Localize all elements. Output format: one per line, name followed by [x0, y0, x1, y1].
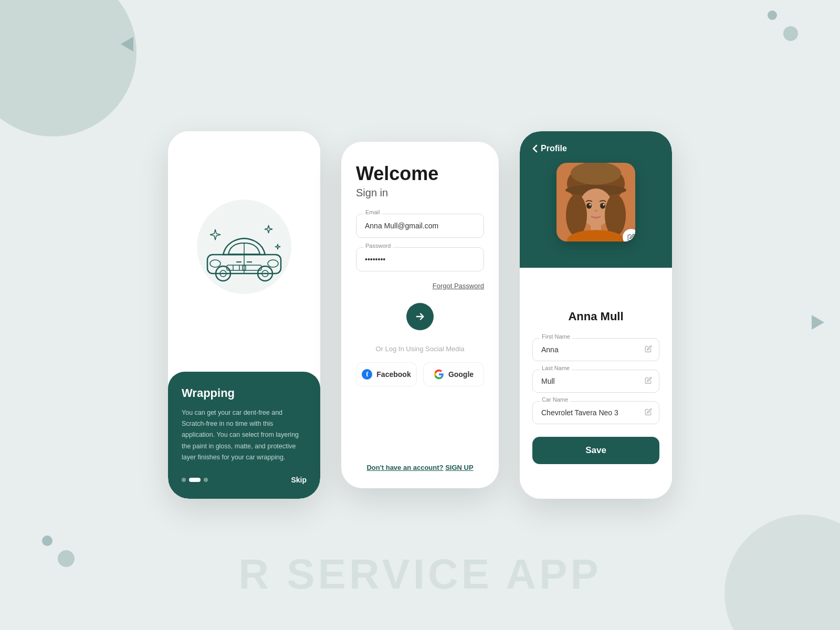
first-name-field: First Name	[532, 338, 659, 361]
submit-button[interactable]	[406, 303, 434, 330]
svg-point-24	[586, 203, 592, 209]
back-icon	[532, 144, 538, 153]
password-field-group: Password	[356, 247, 484, 271]
car-name-field: Car Name	[532, 401, 659, 424]
bg-shape-tl	[0, 0, 136, 136]
dot-1	[182, 478, 186, 482]
profile-photo-wrapper	[556, 163, 635, 242]
svg-point-20	[566, 194, 587, 236]
profile-screen: Profile	[520, 131, 672, 499]
google-label: Google	[448, 370, 474, 379]
watermark: R SERVICE APP	[238, 550, 602, 598]
google-login-button[interactable]: Google	[423, 362, 484, 386]
signup-prompt: Don't have an account? SIGN UP	[356, 464, 484, 471]
bg-shape-br	[724, 514, 840, 630]
bg-dot-left	[42, 536, 52, 546]
wrapping-title: Wrapping	[182, 386, 307, 400]
dot-3	[204, 478, 208, 482]
profile-name: Anna Mull	[532, 310, 659, 323]
first-name-input[interactable]	[532, 338, 659, 361]
forgot-password-wrapper: Forgot Password	[356, 281, 484, 290]
car-svg-wrapper	[200, 219, 289, 289]
forgot-password-link[interactable]: Forgot Password	[433, 282, 484, 290]
wrapping-info-section: Wrapping You can get your car dent-free …	[168, 372, 320, 499]
email-label: Email	[363, 209, 382, 215]
bg-triangle-left	[121, 37, 133, 51]
profile-back-label: Profile	[541, 144, 567, 153]
svg-point-26	[590, 204, 591, 206]
bg-dot-tr	[768, 10, 777, 20]
first-name-edit-icon[interactable]	[645, 345, 652, 354]
bg-dot-tr2	[783, 26, 798, 41]
dot-2-active	[189, 478, 201, 482]
facebook-label: Facebook	[376, 370, 411, 379]
profile-back-button[interactable]: Profile	[532, 144, 567, 153]
facebook-login-button[interactable]: f Facebook	[356, 362, 417, 386]
facebook-icon: f	[362, 369, 372, 380]
profile-header: Profile	[520, 131, 672, 268]
edit-photo-icon	[627, 234, 635, 241]
svg-point-27	[603, 204, 605, 206]
first-name-label: First Name	[540, 333, 572, 340]
signin-title: Welcome	[356, 163, 484, 185]
svg-point-25	[600, 203, 605, 209]
last-name-label: Last Name	[540, 365, 572, 371]
social-buttons-row: f Facebook Google	[356, 362, 484, 386]
wrapping-nav: Skip	[182, 476, 307, 484]
wrapping-description: You can get your car dent-free and Scrat…	[182, 407, 307, 463]
arrow-right-icon	[414, 311, 426, 322]
profile-photo	[556, 163, 635, 242]
google-icon	[434, 369, 444, 380]
car-icon	[200, 219, 289, 287]
svg-point-6	[210, 260, 220, 267]
last-name-edit-icon[interactable]	[645, 377, 652, 386]
signin-subtitle: Sign in	[356, 187, 484, 199]
email-field-group: Email	[356, 214, 484, 238]
profile-body: Anna Mull First Name Last Name C	[520, 268, 672, 499]
car-name-edit-icon[interactable]	[645, 408, 652, 417]
car-name-input[interactable]	[532, 401, 659, 424]
svg-point-7	[268, 260, 278, 267]
skip-button[interactable]: Skip	[291, 476, 307, 484]
pagination-dots	[182, 478, 208, 482]
password-label: Password	[363, 243, 393, 249]
svg-point-17	[571, 163, 621, 185]
car-name-label: Car Name	[540, 396, 570, 403]
email-input[interactable]	[356, 214, 484, 238]
password-input[interactable]	[356, 247, 484, 271]
bg-dot-left2	[58, 550, 75, 567]
wrapping-screen: Wrapping You can get your car dent-free …	[168, 131, 320, 499]
signup-prompt-text: Don't have an account?	[366, 464, 443, 471]
wrapping-illustration-area	[168, 131, 320, 372]
svg-point-21	[605, 194, 626, 236]
last-name-input[interactable]	[532, 370, 659, 393]
save-button[interactable]: Save	[532, 437, 659, 464]
social-media-label: Or Log In Using Social Media	[356, 345, 484, 353]
bg-triangle-right	[812, 315, 824, 330]
signup-link-text[interactable]: SIGN UP	[445, 464, 473, 471]
last-name-field: Last Name	[532, 370, 659, 393]
signin-screen: Welcome Sign in Email Password Forgot Pa…	[341, 142, 499, 488]
